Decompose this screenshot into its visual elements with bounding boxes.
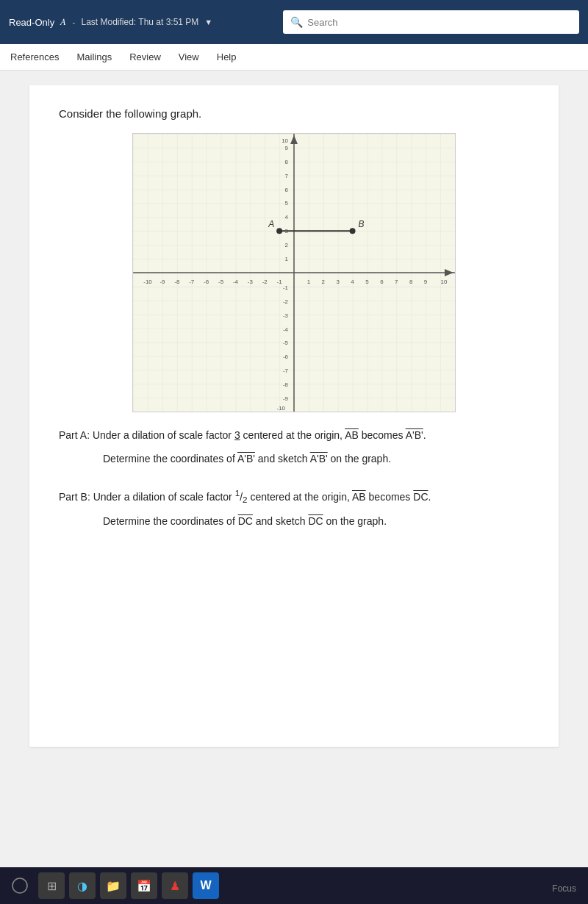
svg-text:-1: -1 [277, 279, 283, 285]
intro-text: Consider the following graph. [59, 107, 529, 120]
svg-text:-2: -2 [262, 279, 268, 285]
windows-start-button[interactable] [6, 872, 34, 900]
svg-text:5: 5 [285, 200, 289, 207]
search-bar[interactable]: 🔍 [283, 10, 579, 34]
svg-text:5: 5 [365, 279, 369, 285]
svg-text:-8: -8 [283, 381, 289, 388]
title-bar: Read-Only 𝐴 - Last Modified: Thu at 3:51… [0, 0, 588, 44]
svg-text:-6: -6 [204, 279, 209, 285]
part-a-text: Part A: Under a dilation of scale factor… [59, 427, 529, 445]
svg-text:-3: -3 [283, 312, 289, 319]
svg-text:8: 8 [409, 279, 413, 285]
svg-text:1: 1 [307, 279, 311, 285]
coordinate-graph: -1 -2 -3 -4 -5 -6 -7 -8 -9 -10 1 2 3 4 5 [133, 134, 455, 412]
part-a-subtext: Determine the coordinates of A'B' and sk… [103, 451, 529, 468]
menu-help[interactable]: Help [209, 49, 244, 65]
calendar-icon: 📅 [137, 879, 151, 893]
svg-text:4: 4 [351, 279, 354, 285]
svg-text:4: 4 [285, 214, 289, 220]
svg-point-52 [12, 878, 27, 893]
menu-view[interactable]: View [171, 49, 207, 65]
svg-text:-7: -7 [283, 367, 289, 374]
document-area: Consider the following graph. [0, 71, 588, 867]
svg-text:-9: -9 [283, 395, 289, 402]
part-b-subtext: Determine the coordinates of DC and sket… [103, 513, 529, 531]
svg-text:7: 7 [395, 279, 398, 285]
svg-text:-4: -4 [283, 326, 289, 333]
svg-text:6: 6 [380, 279, 384, 285]
separator: - [72, 17, 75, 28]
svg-text:10: 10 [282, 137, 288, 144]
svg-text:-5: -5 [283, 340, 289, 346]
svg-text:-9: -9 [159, 279, 165, 285]
taskbar-browser-button[interactable]: ◑ [69, 872, 96, 899]
taskbar: ⊞ ◑ 📁 📅 ♟ W Focus [0, 867, 588, 904]
svg-text:B: B [359, 219, 365, 229]
taskbar-search-button[interactable]: ⊞ [38, 872, 65, 899]
svg-text:A: A [268, 219, 274, 229]
document-content: Consider the following graph. [29, 85, 559, 747]
taskbar-explorer-button[interactable]: 📁 [100, 872, 126, 899]
graph-container: -1 -2 -3 -4 -5 -6 -7 -8 -9 -10 1 2 3 4 5 [132, 133, 456, 412]
menu-bar: References Mailings Review View Help [0, 44, 588, 71]
taskbar-grid-icon: ⊞ [47, 879, 57, 893]
folder-icon: 📁 [106, 879, 121, 893]
search-input[interactable] [307, 17, 572, 28]
windows-icon [12, 878, 28, 894]
search-icon: 🔍 [290, 16, 303, 28]
svg-text:-7: -7 [189, 279, 195, 285]
taskbar-calendar-button[interactable]: 📅 [131, 872, 157, 899]
svg-text:9: 9 [285, 145, 289, 151]
svg-text:-5: -5 [218, 279, 224, 285]
last-modified-label: Last Modified: Thu at 3:51 PM [81, 17, 198, 27]
svg-text:-2: -2 [283, 298, 289, 305]
svg-text:2: 2 [285, 242, 289, 248]
part-a-section: Part A: Under a dilation of scale factor… [59, 427, 529, 468]
font-icon: 𝐴 [60, 16, 66, 28]
svg-text:7: 7 [285, 173, 289, 179]
svg-point-48 [276, 228, 282, 234]
title-bar-left: Read-Only 𝐴 - Last Modified: Thu at 3:51… [9, 16, 212, 28]
taskbar-word-button[interactable]: W [193, 872, 219, 899]
svg-text:-3: -3 [248, 279, 254, 285]
word-icon: W [200, 879, 211, 892]
svg-text:3: 3 [336, 279, 340, 285]
part-b-section: Part B: Under a dilation of scale factor… [59, 486, 529, 531]
dropdown-arrow[interactable]: ▼ [204, 18, 212, 26]
menu-references[interactable]: References [3, 49, 66, 65]
focus-label: Focus [552, 883, 576, 894]
svg-point-50 [350, 228, 356, 234]
taskbar-pinned-app[interactable]: ♟ [162, 872, 188, 899]
menu-mailings[interactable]: Mailings [69, 49, 119, 65]
svg-text:8: 8 [285, 159, 289, 165]
svg-text:9: 9 [424, 279, 428, 285]
svg-text:-10: -10 [277, 405, 286, 412]
app-icon: ♟ [170, 879, 180, 893]
svg-text:6: 6 [285, 187, 289, 193]
svg-text:2: 2 [322, 279, 326, 285]
svg-text:10: 10 [440, 279, 447, 285]
menu-review[interactable]: Review [122, 49, 168, 65]
read-only-label: Read-Only [9, 17, 54, 28]
svg-text:-6: -6 [283, 354, 289, 360]
part-b-text: Part B: Under a dilation of scale factor… [59, 486, 529, 507]
svg-text:1: 1 [285, 256, 289, 262]
svg-text:-8: -8 [174, 279, 180, 285]
edge-icon: ◑ [77, 879, 87, 893]
svg-text:-10: -10 [143, 279, 152, 285]
graph-wrapper: -1 -2 -3 -4 -5 -6 -7 -8 -9 -10 1 2 3 4 5 [59, 133, 529, 412]
svg-text:-1: -1 [283, 284, 289, 291]
svg-text:-4: -4 [233, 279, 239, 285]
